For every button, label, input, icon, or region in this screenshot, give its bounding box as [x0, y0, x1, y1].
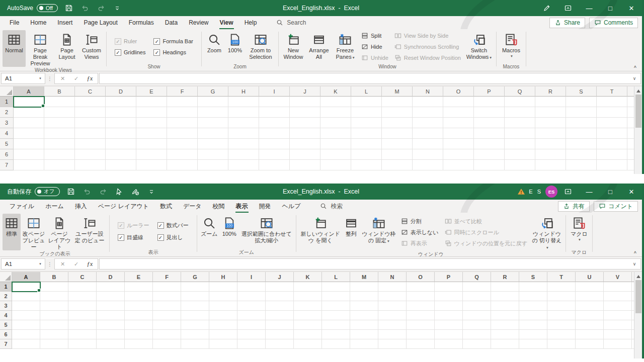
- hide-button[interactable]: 表示しない: [399, 228, 440, 237]
- cell-D2[interactable]: [97, 292, 125, 301]
- hide-button[interactable]: Hide: [360, 42, 390, 52]
- cell-P7[interactable]: [474, 160, 505, 170]
- cell-E3[interactable]: [125, 301, 153, 311]
- cell-N7[interactable]: [413, 160, 443, 170]
- custom-views-button[interactable]: ユーザー設定 のビュー: [72, 214, 107, 250]
- cell-J4[interactable]: [266, 311, 294, 320]
- cell-R3[interactable]: [535, 118, 566, 128]
- cell-Q7[interactable]: [505, 160, 535, 170]
- row-header-3[interactable]: 3: [0, 301, 12, 311]
- cell-L4[interactable]: [351, 128, 382, 139]
- cell-M4[interactable]: [350, 311, 378, 320]
- cell-G1[interactable]: [181, 282, 209, 292]
- row-header-6[interactable]: 6: [0, 330, 12, 339]
- cell-T7[interactable]: [547, 339, 576, 349]
- cell-N3[interactable]: [378, 301, 407, 311]
- ruler-checkbox[interactable]: ✓Ruler: [115, 38, 145, 45]
- gridlines-checkbox[interactable]: ✓Gridlines: [115, 49, 145, 56]
- cell-D5[interactable]: [106, 139, 136, 149]
- cell-L2[interactable]: [322, 292, 350, 301]
- cell-J1[interactable]: [266, 282, 294, 292]
- maximize-button[interactable]: □: [600, 0, 621, 16]
- scroll-up-icon[interactable]: [636, 89, 640, 93]
- switch-windows-button[interactable]: Switch Windows▾: [464, 30, 494, 63]
- cell-S1[interactable]: [566, 97, 597, 107]
- cell-J1[interactable]: [290, 97, 320, 107]
- column-header-N[interactable]: N: [413, 86, 443, 97]
- cell-R1[interactable]: [535, 97, 566, 107]
- cell-U7[interactable]: [576, 339, 604, 349]
- column-header-I[interactable]: I: [237, 272, 266, 282]
- cell-U2[interactable]: [576, 292, 604, 301]
- arrange-all-button[interactable]: 整列: [343, 214, 360, 251]
- new-window-button[interactable]: New Window: [281, 30, 306, 63]
- cell-O1[interactable]: [407, 282, 435, 292]
- cell-L1[interactable]: [322, 282, 350, 292]
- cell-A3[interactable]: [12, 301, 40, 311]
- freeze-panes-button[interactable]: Freeze Panes▾: [332, 30, 358, 63]
- cell-M5[interactable]: [350, 320, 378, 330]
- cell-Q3[interactable]: [505, 118, 535, 128]
- column-header-S[interactable]: S: [519, 272, 547, 282]
- custom-views-button[interactable]: Custom Views: [79, 30, 104, 67]
- column-header-E[interactable]: E: [136, 86, 167, 97]
- cell-G3[interactable]: [181, 301, 209, 311]
- cell-N4[interactable]: [413, 128, 443, 139]
- cell-N4[interactable]: [378, 311, 407, 320]
- cell-T3[interactable]: [547, 301, 576, 311]
- undo-button[interactable]: [82, 187, 92, 197]
- vertical-scrollbar[interactable]: [634, 272, 642, 358]
- cell-I1[interactable]: [259, 97, 290, 107]
- cell-T1[interactable]: [547, 282, 576, 292]
- cell-C2[interactable]: [75, 107, 106, 118]
- cell-A4[interactable]: [12, 311, 40, 320]
- cell-T3[interactable]: [597, 118, 627, 128]
- cell-T6[interactable]: [597, 149, 627, 160]
- cell-U6[interactable]: [576, 330, 604, 339]
- cell-C5[interactable]: [75, 139, 106, 149]
- cell-A2[interactable]: [12, 292, 40, 301]
- cell-C4[interactable]: [68, 311, 97, 320]
- cell-B2[interactable]: [40, 292, 68, 301]
- cell-R3[interactable]: [491, 301, 519, 311]
- cell-O4[interactable]: [407, 311, 435, 320]
- cell-Q2[interactable]: [505, 107, 535, 118]
- cell-E4[interactable]: [136, 128, 167, 139]
- cell-F6[interactable]: [153, 330, 181, 339]
- cell-I6[interactable]: [259, 149, 290, 160]
- vertical-scrollbar[interactable]: [634, 86, 642, 174]
- formula-input[interactable]: ∨: [99, 73, 641, 84]
- cell-Q3[interactable]: [463, 301, 491, 311]
- cell-C4[interactable]: [75, 128, 106, 139]
- cell-D6[interactable]: [106, 149, 136, 160]
- cell-K2[interactable]: [320, 107, 351, 118]
- cell-I6[interactable]: [237, 330, 266, 339]
- cell-M6[interactable]: [350, 330, 378, 339]
- inking-button[interactable]: [536, 0, 557, 16]
- cell-V6[interactable]: [604, 330, 632, 339]
- cell-I4[interactable]: [237, 311, 266, 320]
- cell-G5[interactable]: [198, 139, 228, 149]
- cell-M3[interactable]: [350, 301, 378, 311]
- cell-A3[interactable]: [14, 118, 44, 128]
- save-button[interactable]: [66, 187, 76, 197]
- cell-M4[interactable]: [382, 128, 413, 139]
- cell-H3[interactable]: [209, 301, 237, 311]
- cell-O1[interactable]: [443, 97, 474, 107]
- cell-G4[interactable]: [198, 128, 228, 139]
- column-header-B[interactable]: B: [40, 272, 68, 282]
- name-box-dropdown-icon[interactable]: ▾: [36, 76, 45, 80]
- tab-page-layout[interactable]: ページ レイアウト: [93, 200, 154, 213]
- cell-N2[interactable]: [378, 292, 407, 301]
- row-header-5[interactable]: 5: [0, 320, 12, 330]
- autosave-toggle[interactable]: AutoSave Off: [7, 4, 58, 12]
- scrollbar-thumb[interactable]: [635, 95, 641, 128]
- cell-Q4[interactable]: [505, 128, 535, 139]
- cell-L7[interactable]: [351, 160, 382, 170]
- cell-J7[interactable]: [266, 339, 294, 349]
- cell-C6[interactable]: [75, 149, 106, 160]
- row-header-4[interactable]: 4: [0, 128, 14, 139]
- insert-function-button[interactable]: ƒx: [83, 260, 97, 268]
- cell-H4[interactable]: [209, 311, 237, 320]
- cell-J6[interactable]: [266, 330, 294, 339]
